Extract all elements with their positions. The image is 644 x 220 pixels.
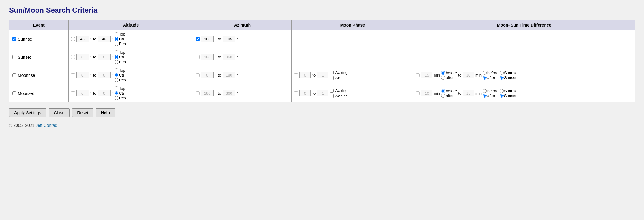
moonset-phase-checkbox[interactable] xyxy=(294,91,298,95)
timediff-cell-moonrise: min before after to min before after Sun… xyxy=(413,66,635,84)
azimuth-cell-sunrise: ° to ° xyxy=(193,30,292,48)
moonset-td-to-ba: before after xyxy=(483,89,498,98)
buttons-row: Apply Settings Close Reset Help xyxy=(9,108,635,117)
phase-cell-sunset xyxy=(292,48,413,66)
event-cell-moonset: Moonset xyxy=(9,84,69,102)
moonrise-phase-group: Waxing Waning xyxy=(330,70,348,80)
moonrise-waxing[interactable] xyxy=(330,71,334,74)
moonrise-phase-to[interactable] xyxy=(317,72,328,78)
moonrise-td-checkbox[interactable] xyxy=(416,73,420,77)
event-cell-sunset: Sunset xyxy=(9,48,69,66)
moonset-phase-group: Waxing Waning xyxy=(330,88,348,98)
moonset-azimuth-checkbox[interactable] xyxy=(196,91,200,95)
sunset-altitude-from[interactable] xyxy=(76,54,89,60)
azimuth-cell-sunset: ° to ° xyxy=(193,48,292,66)
moonrise-azimuth-checkbox[interactable] xyxy=(196,73,200,77)
moonset-event-label[interactable]: Moonset xyxy=(12,91,66,96)
moonset-altitude-from[interactable] xyxy=(76,90,89,96)
col-event: Event xyxy=(9,20,69,30)
help-button[interactable]: Help xyxy=(96,108,115,117)
sunset-altitude-radio: Top Ctr Btm xyxy=(115,50,126,64)
sunrise-altitude-checkbox[interactable] xyxy=(71,37,75,41)
moonrise-altitude-from[interactable] xyxy=(76,72,89,78)
sunset-checkbox[interactable] xyxy=(12,55,16,59)
moonrise-td-from-ba: before after xyxy=(441,71,457,80)
sunrise-azimuth-to[interactable] xyxy=(223,36,235,42)
moonset-altitude-to[interactable] xyxy=(98,90,111,96)
jeff-conrad-link[interactable]: Jeff Conrad xyxy=(36,123,57,128)
apply-settings-button[interactable]: Apply Settings xyxy=(9,108,46,117)
moonset-azimuth-to[interactable] xyxy=(223,90,235,96)
moonset-td-from-val[interactable] xyxy=(421,90,432,96)
moonrise-azimuth-to[interactable] xyxy=(223,72,235,78)
moonset-phase-from[interactable] xyxy=(299,90,311,96)
sunrise-azimuth-checkbox[interactable] xyxy=(196,37,200,41)
phase-cell-moonrise: to Waxing Waning xyxy=(292,66,413,84)
moonset-td-ref: Sunrise Sunset xyxy=(500,89,517,98)
sunrise-altitude-to[interactable] xyxy=(98,36,111,42)
azimuth-cell-moonset: ° to ° xyxy=(193,84,292,102)
moonrise-event-label[interactable]: Moonrise xyxy=(12,73,66,78)
col-time-diff: Moon–Sun Time Difference xyxy=(413,20,635,30)
moonset-td-to-val[interactable] xyxy=(463,90,474,96)
moonrise-phase-checkbox[interactable] xyxy=(294,73,298,77)
phase-cell-moonset: to Waxing Waning xyxy=(292,84,413,102)
sunset-azimuth-to[interactable] xyxy=(223,54,235,60)
moonrise-altitude-to[interactable] xyxy=(98,72,111,78)
altitude-cell-moonset: ° to ° Top Ctr Btm xyxy=(68,84,193,102)
moonset-phase-to[interactable] xyxy=(317,90,328,96)
moonset-label: Moonset xyxy=(18,91,34,96)
altitude-cell-sunrise: ° to ° Top Ctr Btm xyxy=(68,30,193,48)
sunset-label: Sunset xyxy=(18,55,31,60)
footer: © 2005–2021 Jeff Conrad. xyxy=(9,123,635,128)
sunset-azimuth-from[interactable] xyxy=(201,54,214,60)
sunrise-altitude-radio: Top Ctr Btm xyxy=(115,32,126,46)
moonrise-altitude-radio: Top Ctr Btm xyxy=(115,68,126,82)
sunrise-altitude-from[interactable] xyxy=(76,36,89,42)
moonrise-td-from-val[interactable] xyxy=(421,72,432,78)
sunrise-azimuth-from[interactable] xyxy=(201,36,214,42)
col-moon-phase: Moon Phase xyxy=(292,20,413,30)
moonset-td-checkbox[interactable] xyxy=(416,91,420,95)
timediff-cell-sunset xyxy=(413,48,635,66)
moonset-altitude-checkbox[interactable] xyxy=(71,91,75,95)
timediff-cell-sunrise xyxy=(413,30,635,48)
moonset-td-from-ba: before after xyxy=(441,89,457,98)
moonrise-altitude-checkbox[interactable] xyxy=(71,73,75,77)
moonrise-td-to-ba: before after xyxy=(483,71,498,80)
close-button[interactable]: Close xyxy=(49,108,70,117)
col-azimuth: Azimuth xyxy=(193,20,292,30)
moonrise-azimuth-from[interactable] xyxy=(201,72,214,78)
sunrise-checkbox[interactable] xyxy=(12,37,16,41)
moonrise-phase-from[interactable] xyxy=(299,72,311,78)
sunset-azimuth-checkbox[interactable] xyxy=(196,55,200,59)
reset-button[interactable]: Reset xyxy=(72,108,93,117)
moonrise-checkbox[interactable] xyxy=(12,73,16,77)
moonset-waxing[interactable] xyxy=(330,89,334,93)
col-altitude: Altitude xyxy=(68,20,193,30)
table-row: Sunrise ° to ° Top Ctr Btm xyxy=(9,30,635,48)
moonset-altitude-radio: Top Ctr Btm xyxy=(115,86,126,100)
sunset-event-label[interactable]: Sunset xyxy=(12,55,66,60)
criteria-table: Event Altitude Azimuth Moon Phase Moon–S… xyxy=(9,20,635,102)
event-cell-moonrise: Moonrise xyxy=(9,66,69,84)
moonset-waning[interactable] xyxy=(330,94,334,98)
azimuth-cell-moonrise: ° to ° xyxy=(193,66,292,84)
moonrise-waning[interactable] xyxy=(330,76,334,80)
timediff-cell-moonset: min before after to min before after Sun… xyxy=(413,84,635,102)
sunrise-label: Sunrise xyxy=(18,37,32,42)
moonrise-label: Moonrise xyxy=(18,73,35,78)
moonset-azimuth-from[interactable] xyxy=(201,90,214,96)
sunset-altitude-checkbox[interactable] xyxy=(71,55,75,59)
sunset-altitude-to[interactable] xyxy=(98,54,111,60)
altitude-cell-sunset: ° to ° Top Ctr Btm xyxy=(68,48,193,66)
moonrise-td-ref: Sunrise Sunset xyxy=(500,71,517,80)
page-title: Sun/Moon Search Criteria xyxy=(9,6,635,14)
moonset-checkbox[interactable] xyxy=(12,91,16,95)
table-row: Moonset ° to ° Top Ctr Btm xyxy=(9,84,635,102)
event-cell-sunrise: Sunrise xyxy=(9,30,69,48)
footer-period: . xyxy=(57,123,58,128)
moonrise-td-to-val[interactable] xyxy=(463,72,474,78)
sunrise-event-label[interactable]: Sunrise xyxy=(12,37,66,42)
table-row: Sunset ° to ° Top Ctr Btm xyxy=(9,48,635,66)
